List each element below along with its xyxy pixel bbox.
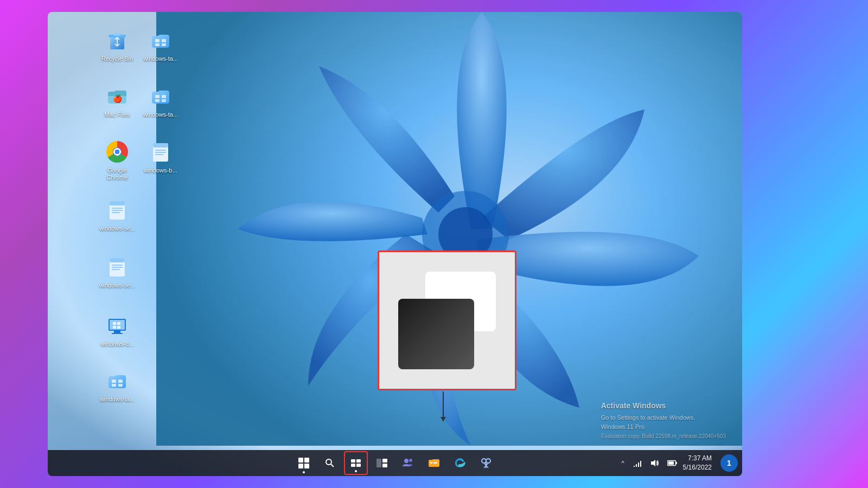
windows-ta-2-label: windows-ta...: [142, 111, 179, 118]
task-view-dot: [355, 470, 357, 472]
battery-icon: [667, 460, 677, 466]
desktop-icon-chrome[interactable]: Google Chrome: [95, 136, 139, 184]
svg-rect-18: [155, 150, 166, 151]
start-button[interactable]: [292, 451, 316, 475]
teams-button[interactable]: [396, 451, 420, 475]
svg-rect-62: [638, 463, 639, 467]
svg-point-53: [404, 459, 409, 463]
svg-rect-41: [118, 380, 123, 383]
snap-layout-button[interactable]: [370, 451, 394, 475]
clock-date: 5/16/2022: [683, 463, 712, 472]
file-explorer-icon: [428, 458, 440, 468]
snipping-tool-button[interactable]: [474, 451, 498, 475]
file-explorer-button[interactable]: [422, 451, 446, 475]
svg-rect-8: [162, 39, 166, 42]
desktop-icon-windows-ta-3[interactable]: windows-ta...: [95, 364, 139, 406]
clock[interactable]: 7:37 AM 5/16/2022: [683, 454, 712, 472]
popup-arrow: [443, 391, 444, 421]
svg-rect-37: [117, 322, 120, 325]
desktop-icon-windows-ta-1[interactable]: windows-ta...: [139, 24, 182, 66]
svg-point-54: [409, 459, 412, 462]
svg-rect-17: [153, 143, 168, 147]
desktop-icon-windows-ta-2[interactable]: windows-ta...: [139, 80, 182, 121]
snap-icon: [376, 458, 388, 468]
svg-rect-29: [112, 265, 123, 266]
clock-time: 7:37 AM: [683, 454, 712, 463]
task-view-icon: [350, 458, 361, 468]
system-tray: ^: [619, 454, 738, 472]
edge-icon: [454, 457, 466, 469]
popup-black-panel: [398, 299, 474, 369]
volume-tray-icon[interactable]: [648, 457, 661, 470]
chrome-label: Google Chrome: [99, 167, 136, 181]
popup-inner: [393, 266, 501, 375]
svg-rect-12: [155, 95, 159, 98]
svg-rect-66: [668, 461, 674, 465]
svg-rect-42: [112, 384, 116, 387]
search-icon: [324, 458, 335, 468]
taskbar: ^: [48, 450, 742, 476]
svg-rect-55: [430, 462, 432, 464]
activate-line2: Go to Settings to activate Windows.: [601, 413, 726, 423]
recycle-bin-label: Recycle Bin: [99, 55, 136, 62]
task-view-button[interactable]: [344, 451, 368, 475]
svg-rect-15: [162, 99, 166, 102]
svg-rect-20: [155, 154, 163, 155]
notification-button[interactable]: 1: [720, 454, 738, 472]
desktop-icon-windows-se-2[interactable]: windows-se...: [95, 251, 139, 292]
svg-rect-40: [112, 380, 116, 383]
desktop-icon-windows-b[interactable]: windows-b...: [139, 136, 182, 177]
desktop-icon-windows-d[interactable]: windows-d...: [95, 309, 139, 351]
svg-rect-52: [382, 464, 387, 467]
svg-rect-56: [433, 462, 437, 464]
svg-point-57: [482, 459, 486, 463]
desktop-icon-recycle-bin[interactable]: Recycle Bin: [95, 24, 139, 66]
svg-rect-48: [351, 464, 355, 467]
svg-point-44: [326, 459, 331, 465]
svg-rect-51: [382, 459, 387, 463]
network-tray-icon[interactable]: [631, 457, 644, 470]
svg-rect-39: [117, 326, 120, 329]
svg-rect-19: [155, 152, 166, 153]
edge-button[interactable]: [448, 451, 472, 475]
volume-icon: [650, 459, 659, 467]
svg-rect-5: [114, 33, 120, 36]
snap-assist-popup: [378, 251, 516, 390]
svg-rect-21: [155, 156, 166, 159]
windows-ta-1-label: windows-ta...: [142, 55, 179, 62]
taskbar-center: [292, 451, 498, 475]
svg-rect-28: [110, 258, 125, 262]
svg-rect-26: [112, 212, 120, 213]
desktop-screen: Recycle Bin: [48, 12, 742, 476]
svg-rect-61: [636, 464, 637, 467]
svg-rect-14: [155, 99, 159, 102]
activate-line4: Evaluation copy. Build 22598.ni_release.…: [601, 432, 726, 441]
svg-rect-24: [112, 208, 123, 209]
svg-rect-50: [376, 459, 381, 467]
svg-rect-35: [112, 333, 123, 334]
tray-chevron-button[interactable]: ^: [619, 459, 626, 467]
svg-text:🍎: 🍎: [113, 94, 123, 104]
start-icon: [298, 458, 309, 468]
windows-b-label: windows-b...: [142, 167, 179, 174]
svg-rect-34: [114, 331, 120, 333]
battery-tray-icon[interactable]: [666, 457, 679, 470]
svg-rect-30: [112, 267, 123, 268]
windows-se-2-label: windows-se...: [99, 282, 136, 289]
svg-rect-31: [112, 269, 120, 270]
snipping-icon: [480, 457, 492, 469]
activate-windows-watermark[interactable]: Activate Windows Go to Settings to activ…: [601, 400, 726, 441]
activate-line3: Windows 11 Pro: [601, 422, 726, 432]
svg-rect-43: [118, 384, 123, 387]
search-button[interactable]: [318, 451, 342, 475]
windows-d-label: windows-d...: [99, 341, 136, 348]
desktop-icon-mac-files[interactable]: 🍎 Mac Files: [95, 80, 139, 121]
desktop-icon-windows-se-1[interactable]: windows-se...: [95, 194, 139, 235]
start-dot: [303, 471, 305, 473]
windows-ta-3-label: windows-ta...: [99, 396, 136, 403]
windows-se-1-label: windows-se...: [99, 225, 136, 232]
svg-point-58: [486, 459, 490, 463]
svg-rect-36: [113, 322, 116, 325]
svg-rect-49: [356, 464, 361, 467]
teams-icon: [402, 457, 414, 469]
